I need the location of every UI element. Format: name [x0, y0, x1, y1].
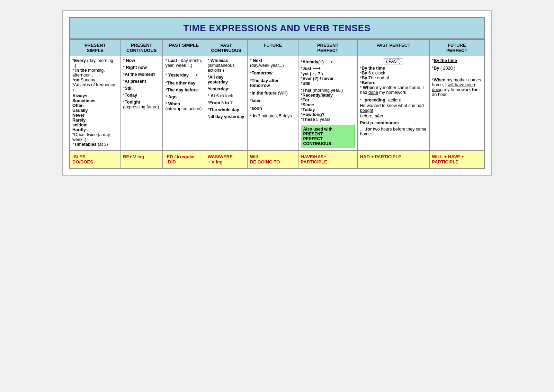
ppt-item2: *By 6 o'clock — [360, 71, 427, 75]
psi-item5: * Ago — [165, 95, 202, 99]
ppt-item8: Past p. continuous — [360, 121, 427, 125]
ppt-item6: * preceding action:He wanted to know wha… — [360, 97, 427, 113]
cell-present-continuous: * Now * Right now *At the Moment *At pre… — [120, 56, 163, 151]
pco-item6: *The whole day — [208, 107, 245, 112]
psi-item2: * Yesterday ⟶ — [165, 71, 202, 78]
col-header-1: PRESENTSIMPLE — [70, 39, 120, 56]
cell-past-perfect: ( PAST) *By the time *By 6 o'clock *By T… — [357, 56, 429, 151]
psi-item6: * When (interrupted action) — [165, 101, 202, 111]
footer-cell-5: WillBE GOING TO — [247, 151, 298, 169]
pco-item2: *All day yesterday — [208, 75, 245, 84]
pc-item4: *At present — [123, 79, 160, 84]
ps-item3: *on Sunday — [72, 78, 118, 82]
also-used-box: Also used withPRESENTPERFECTCONTINUOUS — [301, 125, 355, 148]
ps-item1: *Every (day, morning ..) — [72, 58, 118, 68]
fut-item4: *In the future (Will) — [250, 91, 296, 96]
fut-item6: *soon — [250, 106, 296, 111]
ppt-item5: * When my mother came home, I had done m… — [360, 85, 427, 95]
cell-present-perfect: *Already(+) ⟶ *Just ⟶ *yet ( - , ? ) *Ev… — [298, 56, 357, 151]
page-title: TIME EXPRESSIONS AND VERB TENSES — [183, 23, 370, 33]
arrow-icon-2: ⟶ — [325, 58, 333, 65]
page-container: TIME EXPRESSIONS AND VERB TENSES PRESENT… — [62, 10, 492, 176]
pp-item8: *For — [301, 98, 355, 103]
header-row: PRESENTSIMPLE PRESENTCONTINUOUS PAST SIM… — [70, 39, 484, 56]
pc-item6: *Today — [123, 93, 160, 98]
title-box: TIME EXPRESSIONS AND VERB TENSES — [69, 17, 485, 39]
cell-future-perfect: *By the time *By ( 2020 ) *When my mothe… — [429, 56, 484, 151]
col-header-2: PRESENTCONTINUOUS — [120, 39, 163, 56]
fut-item5: *later — [250, 98, 296, 103]
ps-item5: AlwaysSometimesOftenUsuallyNeverRarelyse… — [72, 93, 118, 147]
content-row-main: *Every (day, morning ..) * In the mornin… — [70, 56, 484, 151]
pp-item7: *Recently/lately — [301, 93, 355, 98]
col-header-6: PRESENTPERFECT — [298, 39, 357, 56]
pp-item1: *Already(+) ⟶ — [301, 58, 355, 65]
footer-cell-2: BE+ V ing — [120, 151, 163, 169]
ppt-item4: *Before — [360, 80, 427, 85]
pp-item2: *Just ⟶ — [301, 65, 355, 71]
pc-item1: * Now — [123, 58, 160, 63]
pp-item6: *This (morning,year..) — [301, 88, 355, 93]
pco-item5: *From 5 to 7 — [208, 100, 245, 105]
ppt-item7: before, after — [360, 114, 427, 118]
footer-cell-8: WILL + HAVE +PARTICIPLE — [429, 151, 484, 169]
fut-item7: * In 3 minutes, 5 days — [250, 114, 296, 118]
pco-item1: * While/as (simultaneous actions ) — [208, 58, 245, 73]
ppt-item3: *By The end of .. — [360, 75, 427, 80]
pp-item5: *Still — [301, 81, 355, 86]
fut-item3: *The day after tomorrow — [250, 78, 296, 88]
pp-item9: *Since — [301, 103, 355, 107]
pc-item2: * Right now — [123, 65, 160, 70]
ps-item4: *Adverbs of frequency ↓ — [72, 82, 118, 92]
pc-item5: *Still — [123, 86, 160, 91]
col-header-4: PASTCONTINUOUS — [205, 39, 247, 56]
fut-item1: * Next (day,week,year...) — [250, 58, 296, 68]
footer-cell-7: HAD + PARTICIPLE — [357, 151, 429, 169]
ppt-item9: . . .for two hours before they came home… — [360, 127, 427, 136]
ps-item2: * In the morning, afternoon.. — [72, 68, 118, 78]
cell-past-continuous: * While/as (simultaneous actions ) *All … — [205, 56, 247, 151]
pco-item3: Yesterday: — [208, 87, 245, 91]
psi-item4: *The day before — [165, 88, 202, 92]
col-header-3: PAST SIMPLE — [163, 39, 205, 56]
cell-present-simple: *Every (day, morning ..) * In the mornin… — [70, 56, 120, 151]
ppt-item0: ( PAST) — [360, 58, 427, 66]
footer-cell-1: -S/ ESDO/DOES — [70, 151, 120, 169]
cell-future: * Next (day,week,year...) *Tomorrow *The… — [247, 56, 298, 151]
pc-item3: *At the Moment — [123, 72, 160, 77]
fut-item2: *Tomorrow — [250, 71, 296, 75]
arrow-icon-3: ⟶ — [313, 65, 321, 71]
footer-cell-3: -ED / Irregular- DID — [163, 151, 205, 169]
footer-cell-4: WAS/WERE+ V ing — [205, 151, 247, 169]
psi-item3: *The other day — [165, 81, 202, 86]
footer-cell-6: HAVE/HAS+PARTICIPLE — [298, 151, 357, 169]
pco-item4: * At 6 o'clock — [208, 93, 245, 98]
pp-item10: *Today — [301, 107, 355, 112]
pco-item7: *all day yesterday — [208, 114, 245, 119]
pp-item12: *These 5 years — [301, 117, 355, 122]
pp-item11: *How long? — [301, 112, 355, 117]
ppt-item1: *By the time — [360, 66, 427, 71]
fp-item2: *By ( 2020 ) — [432, 66, 482, 71]
pp-item3: *yet ( - , ? ) — [301, 71, 355, 76]
fp-item1: *By the time — [432, 58, 482, 63]
preceding-box: preceding — [363, 97, 387, 103]
pp-item4: *Ever (?) / never — [301, 76, 355, 81]
past-label-box: ( PAST) — [384, 58, 403, 64]
pc-item7: *Tonight (expressing future) — [123, 100, 160, 109]
footer-row: -S/ ESDO/DOES BE+ V ing -ED / Irregular-… — [70, 151, 484, 169]
col-header-7: PAST PERFECT — [357, 39, 429, 56]
fp-item3: *When my mother comes home, I will have … — [432, 78, 482, 97]
arrow-icon-1: ⟶ — [190, 71, 198, 78]
main-table: PRESENTSIMPLE PRESENTCONTINUOUS PAST SIM… — [69, 39, 485, 169]
col-header-5: FUTURE — [247, 39, 298, 56]
psi-item1: * Last ( day,month, year, week ...) — [165, 58, 202, 68]
cell-past-simple: * Last ( day,month, year, week ...) * Ye… — [163, 56, 205, 151]
col-header-8: FUTUREPERFECT — [429, 39, 484, 56]
